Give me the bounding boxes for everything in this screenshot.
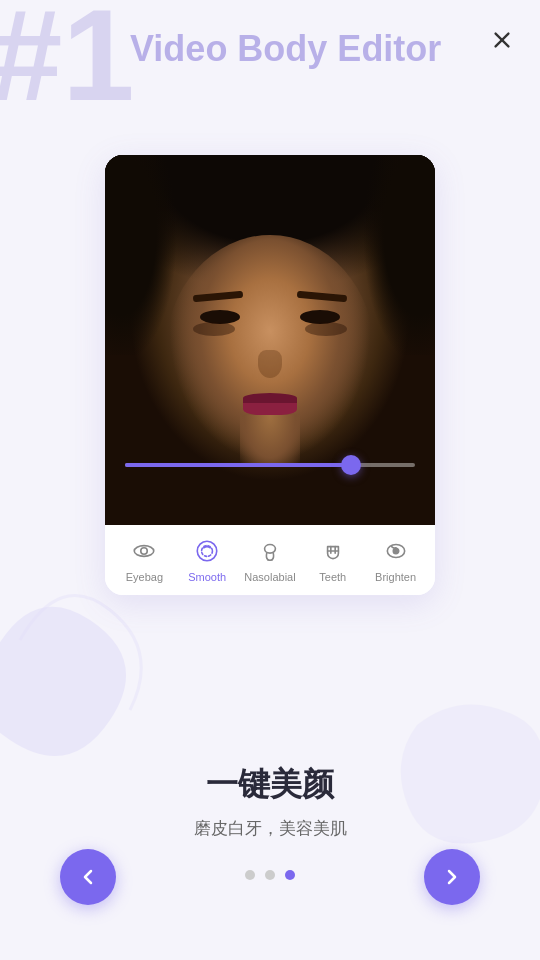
smooth-icon <box>191 535 223 567</box>
bottom-text-section: 一键美颜 磨皮白牙，美容美肌 <box>0 763 540 840</box>
nasolabial-label: Nasolabial <box>244 571 295 583</box>
teeth-icon <box>317 535 349 567</box>
svg-point-11 <box>393 548 398 553</box>
svg-point-4 <box>197 541 217 561</box>
slider-track <box>125 463 415 467</box>
slider-fill <box>125 463 351 467</box>
brighten-label: Brighten <box>375 571 416 583</box>
eyebag-label: Eyebag <box>126 571 163 583</box>
svg-point-3 <box>141 548 148 555</box>
tool-toolbar: Eyebag Smooth N <box>105 525 435 595</box>
svg-point-6 <box>265 545 276 554</box>
tool-item-brighten[interactable]: Brighten <box>368 535 423 583</box>
main-card: Eyebag Smooth N <box>105 155 435 595</box>
face-portrait <box>105 155 435 525</box>
prev-button[interactable] <box>60 849 116 905</box>
teeth-label: Teeth <box>319 571 346 583</box>
smooth-label: Smooth <box>188 571 226 583</box>
main-title: 一键美颜 <box>0 763 540 807</box>
background-hash: #1 <box>0 0 135 120</box>
next-button[interactable] <box>424 849 480 905</box>
close-button[interactable] <box>484 22 520 58</box>
tool-item-nasolabial[interactable]: Nasolabial <box>242 535 297 583</box>
dot-1 <box>245 870 255 880</box>
dot-2 <box>265 870 275 880</box>
nasolabial-icon <box>254 535 286 567</box>
dot-3 <box>285 870 295 880</box>
tool-item-smooth[interactable]: Smooth <box>180 535 235 583</box>
page-dots <box>245 870 295 880</box>
tool-item-eyebag[interactable]: Eyebag <box>117 535 172 583</box>
adjustment-slider[interactable] <box>105 463 435 467</box>
eyebag-icon <box>128 535 160 567</box>
brighten-icon <box>380 535 412 567</box>
slider-thumb[interactable] <box>341 455 361 475</box>
sub-title: 磨皮白牙，美容美肌 <box>0 817 540 840</box>
tool-item-teeth[interactable]: Teeth <box>305 535 360 583</box>
background-subtitle: Video Body Editor <box>130 28 441 70</box>
face-image <box>105 155 435 525</box>
